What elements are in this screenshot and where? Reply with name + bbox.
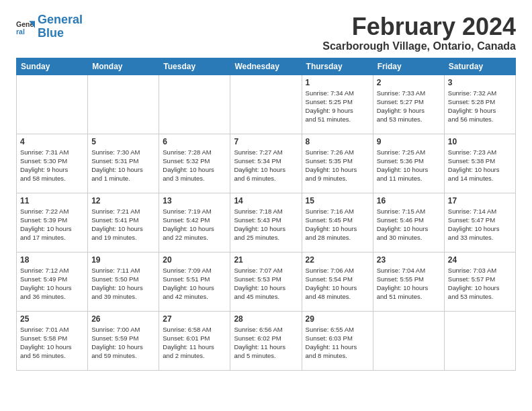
calendar-cell: 27Sunrise: 6:58 AM Sunset: 6:01 PM Dayli… [159,311,230,370]
day-info: Sunrise: 7:00 AM Sunset: 5:59 PM Dayligh… [91,325,155,361]
day-number: 6 [163,137,226,146]
day-number: 27 [163,314,226,324]
calendar-table: SundayMondayTuesdayWednesdayThursdayFrid… [16,58,516,371]
calendar-week-2: 4Sunrise: 7:31 AM Sunset: 5:30 PM Daylig… [17,134,516,193]
logo-text: General Blue [38,13,83,40]
calendar-cell: 15Sunrise: 7:16 AM Sunset: 5:45 PM Dayli… [302,193,373,252]
day-info: Sunrise: 7:30 AM Sunset: 5:31 PM Dayligh… [91,148,155,183]
calendar-cell: 4Sunrise: 7:31 AM Sunset: 5:30 PM Daylig… [17,134,88,193]
calendar-cell [373,311,444,370]
day-info: Sunrise: 7:27 AM Sunset: 5:34 PM Dayligh… [234,148,298,183]
calendar-cell: 7Sunrise: 7:27 AM Sunset: 5:34 PM Daylig… [230,134,302,193]
day-info: Sunrise: 7:33 AM Sunset: 5:27 PM Dayligh… [377,89,441,124]
calendar-week-3: 11Sunrise: 7:22 AM Sunset: 5:39 PM Dayli… [17,193,516,252]
calendar-cell: 1Sunrise: 7:34 AM Sunset: 5:25 PM Daylig… [302,75,373,134]
day-info: Sunrise: 7:23 AM Sunset: 5:38 PM Dayligh… [448,148,512,183]
day-number: 4 [20,137,84,146]
day-info: Sunrise: 7:14 AM Sunset: 5:47 PM Dayligh… [448,207,512,242]
logo: Gene ral General Blue [16,13,83,40]
title-block: February 2024 Scarborough Village, Ontar… [322,13,516,52]
day-info: Sunrise: 7:25 AM Sunset: 5:36 PM Dayligh… [377,148,441,183]
day-number: 13 [163,196,226,205]
day-info: Sunrise: 7:19 AM Sunset: 5:42 PM Dayligh… [163,207,226,242]
calendar-cell: 14Sunrise: 7:18 AM Sunset: 5:43 PM Dayli… [230,193,302,252]
calendar-cell: 3Sunrise: 7:32 AM Sunset: 5:28 PM Daylig… [444,75,515,134]
calendar-cell: 11Sunrise: 7:22 AM Sunset: 5:39 PM Dayli… [17,193,88,252]
day-number: 8 [306,137,369,146]
calendar-cell: 6Sunrise: 7:28 AM Sunset: 5:32 PM Daylig… [159,134,230,193]
calendar-week-1: 1Sunrise: 7:34 AM Sunset: 5:25 PM Daylig… [17,75,516,134]
weekday-header-sunday: Sunday [17,58,88,75]
calendar-subtitle: Scarborough Village, Ontario, Canada [322,40,516,52]
day-info: Sunrise: 7:28 AM Sunset: 5:32 PM Dayligh… [163,148,226,183]
day-number: 16 [377,196,441,205]
calendar-body: 1Sunrise: 7:34 AM Sunset: 5:25 PM Daylig… [17,75,516,370]
day-number: 1 [306,78,369,87]
calendar-cell: 16Sunrise: 7:15 AM Sunset: 5:46 PM Dayli… [373,193,444,252]
calendar-cell: 21Sunrise: 7:07 AM Sunset: 5:53 PM Dayli… [230,252,302,311]
day-info: Sunrise: 7:34 AM Sunset: 5:25 PM Dayligh… [306,89,369,124]
calendar-cell: 28Sunrise: 6:56 AM Sunset: 6:02 PM Dayli… [230,311,302,370]
day-info: Sunrise: 7:03 AM Sunset: 5:57 PM Dayligh… [448,266,512,302]
calendar-cell [444,311,515,370]
day-number: 9 [377,137,441,146]
day-number: 15 [306,196,369,205]
day-number: 17 [448,196,512,205]
day-info: Sunrise: 7:09 AM Sunset: 5:51 PM Dayligh… [163,266,226,302]
day-info: Sunrise: 7:18 AM Sunset: 5:43 PM Dayligh… [234,207,298,242]
day-number: 11 [20,196,84,205]
day-number: 20 [163,255,226,265]
weekday-header-row: SundayMondayTuesdayWednesdayThursdayFrid… [17,58,516,75]
calendar-cell: 8Sunrise: 7:26 AM Sunset: 5:35 PM Daylig… [302,134,373,193]
svg-text:ral: ral [16,27,25,35]
calendar-cell: 25Sunrise: 7:01 AM Sunset: 5:58 PM Dayli… [17,311,88,370]
logo-icon: Gene ral [16,17,35,36]
weekday-header-saturday: Saturday [444,58,515,75]
page-header: Gene ral General Blue February 2024 Scar… [16,13,516,52]
day-info: Sunrise: 7:16 AM Sunset: 5:45 PM Dayligh… [306,207,369,242]
calendar-cell: 26Sunrise: 7:00 AM Sunset: 5:59 PM Dayli… [88,311,159,370]
logo-line2: Blue [38,26,64,40]
day-number: 23 [377,255,441,265]
day-info: Sunrise: 7:01 AM Sunset: 5:58 PM Dayligh… [20,325,84,361]
day-number: 21 [234,255,298,265]
day-info: Sunrise: 7:06 AM Sunset: 5:54 PM Dayligh… [306,266,369,302]
day-number: 26 [91,314,155,324]
weekday-header-thursday: Thursday [302,58,373,75]
day-number: 29 [306,314,369,324]
day-number: 14 [234,196,298,205]
weekday-header-friday: Friday [373,58,444,75]
day-number: 22 [306,255,369,265]
calendar-cell: 24Sunrise: 7:03 AM Sunset: 5:57 PM Dayli… [444,252,515,311]
calendar-week-5: 25Sunrise: 7:01 AM Sunset: 5:58 PM Dayli… [17,311,516,370]
day-info: Sunrise: 6:55 AM Sunset: 6:03 PM Dayligh… [306,325,369,361]
day-info: Sunrise: 7:26 AM Sunset: 5:35 PM Dayligh… [306,148,369,183]
calendar-cell: 29Sunrise: 6:55 AM Sunset: 6:03 PM Dayli… [302,311,373,370]
calendar-cell: 20Sunrise: 7:09 AM Sunset: 5:51 PM Dayli… [159,252,230,311]
day-info: Sunrise: 7:21 AM Sunset: 5:41 PM Dayligh… [91,207,155,242]
weekday-header-monday: Monday [88,58,159,75]
day-number: 2 [377,78,441,87]
logo-line1: General [38,13,83,26]
calendar-cell: 13Sunrise: 7:19 AM Sunset: 5:42 PM Dayli… [159,193,230,252]
day-number: 25 [20,314,84,324]
calendar-cell: 5Sunrise: 7:30 AM Sunset: 5:31 PM Daylig… [88,134,159,193]
calendar-cell: 12Sunrise: 7:21 AM Sunset: 5:41 PM Dayli… [88,193,159,252]
calendar-cell: 23Sunrise: 7:04 AM Sunset: 5:55 PM Dayli… [373,252,444,311]
calendar-cell: 18Sunrise: 7:12 AM Sunset: 5:49 PM Dayli… [17,252,88,311]
day-number: 5 [91,137,155,146]
day-info: Sunrise: 7:07 AM Sunset: 5:53 PM Dayligh… [234,266,298,302]
calendar-cell: 22Sunrise: 7:06 AM Sunset: 5:54 PM Dayli… [302,252,373,311]
day-info: Sunrise: 7:15 AM Sunset: 5:46 PM Dayligh… [377,207,441,242]
day-info: Sunrise: 7:22 AM Sunset: 5:39 PM Dayligh… [20,207,84,242]
day-number: 12 [91,196,155,205]
calendar-title: February 2024 [322,13,516,40]
weekday-header-tuesday: Tuesday [159,58,230,75]
day-info: Sunrise: 7:12 AM Sunset: 5:49 PM Dayligh… [20,266,84,302]
day-number: 19 [91,255,155,265]
day-info: Sunrise: 6:58 AM Sunset: 6:01 PM Dayligh… [163,325,226,361]
day-number: 3 [448,78,512,87]
calendar-cell: 10Sunrise: 7:23 AM Sunset: 5:38 PM Dayli… [444,134,515,193]
day-info: Sunrise: 7:31 AM Sunset: 5:30 PM Dayligh… [20,148,84,183]
calendar-cell [17,75,88,134]
